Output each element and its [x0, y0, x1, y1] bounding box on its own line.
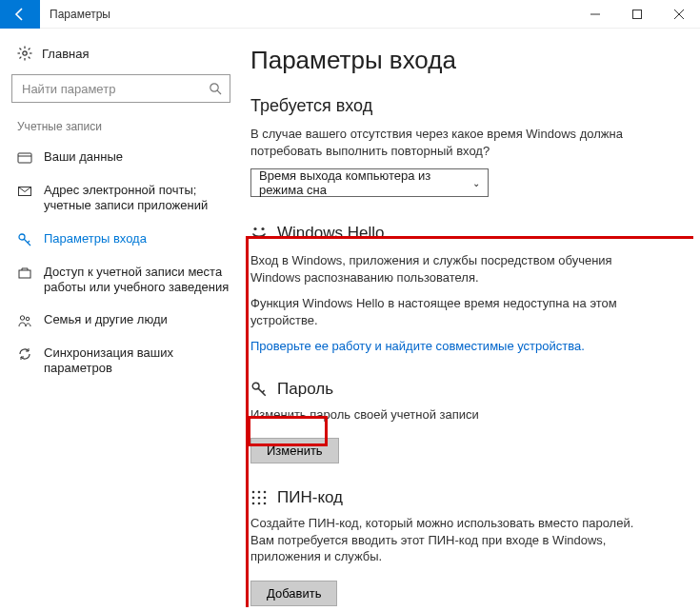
svg-point-34: [264, 497, 267, 500]
sidebar: Главная Найти параметр Учетные записи Ва…: [0, 29, 243, 611]
svg-line-9: [20, 49, 22, 50]
svg-point-36: [258, 503, 261, 505]
require-signin-desc: В случае вашего отсутствия через какое в…: [250, 126, 660, 159]
svg-line-27: [258, 388, 266, 396]
sidebar-item-work-access[interactable]: Доступ к учетной записи места работы или…: [11, 256, 243, 305]
gear-icon: [17, 46, 32, 61]
svg-line-14: [217, 90, 221, 94]
briefcase-icon: [17, 266, 32, 281]
minimize-button[interactable]: [574, 0, 616, 29]
window-title: Параметры: [50, 8, 110, 21]
svg-line-20: [28, 241, 30, 243]
search-input[interactable]: Найти параметр: [11, 74, 230, 103]
home-link[interactable]: Главная: [11, 40, 243, 74]
svg-point-22: [20, 316, 24, 320]
svg-point-24: [253, 227, 256, 230]
require-signin-heading: Требуется вход: [250, 96, 677, 116]
search-placeholder: Найти параметр: [22, 82, 209, 96]
pin-icon: [250, 489, 268, 506]
sidebar-item-label: Синхронизация ваших параметров: [44, 345, 231, 377]
svg-line-28: [262, 390, 264, 392]
change-password-button[interactable]: Изменить: [250, 438, 339, 463]
hello-desc1: Вход в Windows, приложения и службы поср…: [250, 252, 660, 286]
person-card-icon: [17, 150, 32, 166]
content: Параметры входа Требуется вход В случае …: [243, 29, 700, 611]
sidebar-item-sign-in-options[interactable]: Параметры входа: [11, 223, 243, 256]
search-icon: [209, 82, 222, 95]
svg-rect-1: [633, 10, 642, 18]
maximize-button[interactable]: [616, 0, 658, 29]
svg-point-25: [261, 227, 264, 230]
sidebar-item-label: Параметры входа: [44, 231, 147, 246]
svg-point-32: [252, 497, 255, 500]
chevron-down-icon: ⌄: [472, 178, 480, 188]
smiley-icon: [250, 225, 268, 242]
password-heading: Пароль: [277, 380, 333, 399]
add-pin-button[interactable]: Добавить: [250, 581, 337, 606]
svg-rect-15: [18, 153, 31, 163]
sidebar-item-your-info[interactable]: Ваши данные: [11, 141, 243, 174]
svg-line-11: [29, 49, 30, 50]
svg-point-33: [258, 497, 261, 500]
svg-line-19: [24, 239, 30, 246]
svg-line-12: [20, 57, 22, 59]
sync-icon: [17, 346, 32, 362]
password-desc: Изменить пароль своей учетной записи: [250, 406, 660, 424]
sidebar-item-label: Ваши данные: [44, 149, 123, 165]
svg-rect-21: [19, 270, 30, 278]
back-button[interactable]: [0, 0, 40, 29]
svg-point-30: [258, 491, 261, 494]
close-button[interactable]: [658, 0, 700, 29]
svg-point-4: [23, 51, 27, 55]
svg-point-37: [264, 503, 267, 505]
pin-desc: Создайте ПИН-код, который можно использо…: [250, 515, 660, 565]
page-title: Параметры входа: [250, 46, 677, 75]
svg-line-10: [29, 57, 30, 59]
svg-point-35: [252, 503, 255, 505]
sidebar-item-label: Адрес электронной почты; учетные записи …: [44, 183, 231, 214]
pin-heading: ПИН-код: [277, 488, 343, 507]
svg-point-31: [264, 491, 267, 494]
hello-link[interactable]: Проверьте ее работу и найдите совместимы…: [250, 338, 660, 355]
hello-desc2: Функция Windows Hello в настоящее время …: [250, 295, 660, 328]
home-label: Главная: [42, 47, 89, 61]
hello-heading: Windows Hello: [277, 224, 384, 243]
sidebar-section-label: Учетные записи: [11, 120, 243, 141]
key-icon: [250, 381, 268, 398]
key-icon: [17, 232, 32, 247]
sidebar-item-label: Семья и другие люди: [44, 312, 168, 327]
sidebar-item-sync[interactable]: Синхронизация ваших параметров: [11, 337, 243, 385]
titlebar: Параметры: [0, 0, 700, 29]
require-signin-dropdown[interactable]: Время выхода компьютера из режима сна ⌄: [250, 168, 489, 197]
svg-point-29: [252, 491, 255, 494]
svg-point-13: [210, 84, 218, 91]
people-icon: [17, 313, 32, 328]
mail-icon: [17, 184, 32, 199]
dropdown-value: Время выхода компьютера из режима сна: [259, 168, 472, 197]
svg-point-23: [26, 317, 30, 321]
sidebar-item-email-accounts[interactable]: Адрес электронной почты; учетные записи …: [11, 174, 243, 223]
sidebar-item-family[interactable]: Семья и другие люди: [11, 304, 243, 337]
sidebar-item-label: Доступ к учетной записи места работы или…: [44, 265, 231, 296]
